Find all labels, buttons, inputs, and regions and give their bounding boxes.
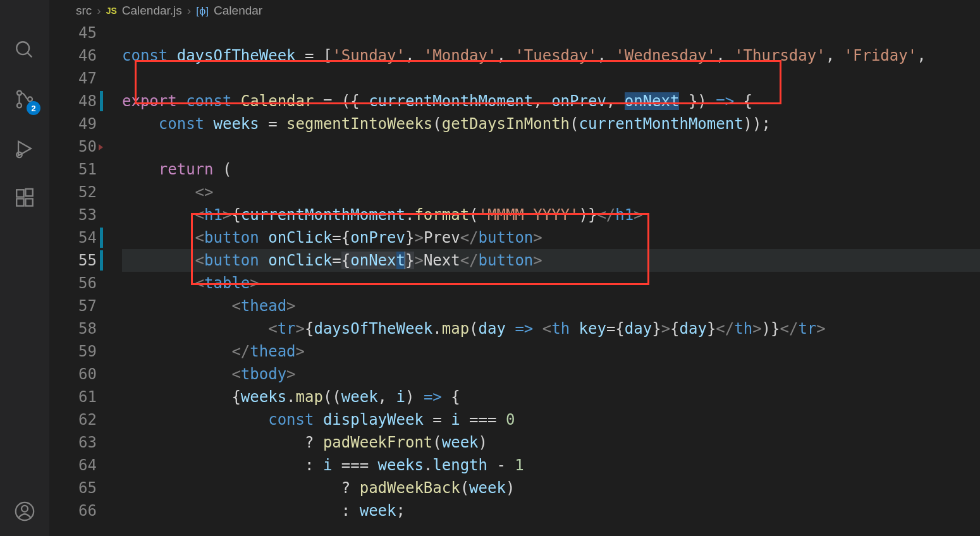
line-number: 47 [49,67,97,90]
svg-rect-6 [16,190,23,197]
code-line[interactable] [122,135,980,158]
code-line[interactable]: const weeks = segmentIntoWeeks(getDaysIn… [122,113,980,135]
code-line[interactable]: <tr>{daysOfTheWeek.map(day => <th key={d… [122,317,980,340]
line-number: 53 [49,204,97,226]
svg-rect-9 [25,189,32,196]
code-line[interactable]: <button onClick={onPrev}>Prev</button> [122,226,980,249]
code-line[interactable]: {weeks.map((week, i) => { [122,386,980,408]
accounts-icon[interactable] [0,487,49,536]
run-debug-icon[interactable] [0,124,49,173]
breadcrumb-symbol[interactable]: Calendar [214,4,262,18]
line-number: 65 [49,477,97,499]
line-number: 54 [49,226,97,249]
chevron-right-icon: › [187,4,191,18]
code-line[interactable]: <h1>{currentMonthMoment.format('MMMM YYY… [122,204,980,226]
svg-point-0 [16,42,29,54]
svg-line-1 [27,52,32,57]
svg-point-11 [21,506,28,512]
line-number: 64 [49,454,97,477]
breadcrumb-root[interactable]: src [76,4,92,18]
line-number: 60 [49,363,97,386]
code-line[interactable]: const displayWeek = i === 0 [122,408,980,431]
search-icon[interactable] [0,25,49,75]
line-number: 63 [49,431,97,454]
file-js-icon: JS [106,6,117,16]
chevron-right-icon: › [97,4,101,18]
line-number: 56 [49,272,97,295]
source-control-icon[interactable]: 2 [0,75,49,124]
line-number: 48 [49,90,97,113]
code-line[interactable]: ? padWeekFront(week) [122,431,980,454]
line-number: 46 [49,44,97,67]
svg-rect-7 [16,198,23,205]
line-number-gutter: 4546474849505152535455565758596061626364… [49,21,116,536]
code-line[interactable]: return ( [122,158,980,181]
code-editor[interactable]: 4546474849505152535455565758596061626364… [49,21,980,536]
activity-bar: 2 [0,0,49,536]
line-number: 45 [49,21,97,44]
svg-point-2 [17,91,21,95]
line-number: 49 [49,113,97,135]
code-line[interactable]: : i === weeks.length - 1 [122,454,980,477]
code-line[interactable]: <> [122,181,980,204]
code-line[interactable]: </thead> [122,340,980,363]
line-number: 51 [49,158,97,181]
scm-badge: 2 [27,101,40,115]
code-line[interactable] [122,67,980,90]
line-number: 66 [49,499,97,522]
line-number: 59 [49,340,97,363]
line-number: 58 [49,317,97,340]
svg-rect-8 [25,198,32,205]
code-line[interactable]: ? padWeekBack(week) [122,477,980,499]
code-line[interactable]: : week; [122,499,980,522]
extensions-icon[interactable] [0,173,49,222]
editor-main: src › JS Calendar.js › [ϕ] Calendar 4546… [49,0,980,536]
breadcrumb-file[interactable]: Calendar.js [122,4,182,18]
line-number: 50 [49,135,97,158]
code-line[interactable]: <button onClick={onNext}>Next</button> [122,249,980,272]
line-number: 62 [49,408,97,431]
line-number: 57 [49,295,97,317]
line-number: 61 [49,386,97,408]
breadcrumbs[interactable]: src › JS Calendar.js › [ϕ] Calendar [49,0,980,21]
code-line[interactable]: <tbody> [122,363,980,386]
svg-point-3 [17,103,21,107]
code-line[interactable]: <thead> [122,295,980,317]
code-line[interactable]: const daysOfTheWeek = ['Sunday', 'Monday… [122,44,980,67]
code-line[interactable] [122,21,980,44]
code-line[interactable]: export const Calendar = ({ currentMonthM… [122,90,980,113]
app-root: 2 src › JS Calendar.js › [ϕ] Calendar 45… [0,0,980,536]
line-number: 52 [49,181,97,204]
symbol-variable-icon: [ϕ] [196,5,209,17]
code-content[interactable]: const daysOfTheWeek = ['Sunday', 'Monday… [116,21,980,536]
code-line[interactable]: <table> [122,272,980,295]
line-number: 55 [49,249,97,272]
